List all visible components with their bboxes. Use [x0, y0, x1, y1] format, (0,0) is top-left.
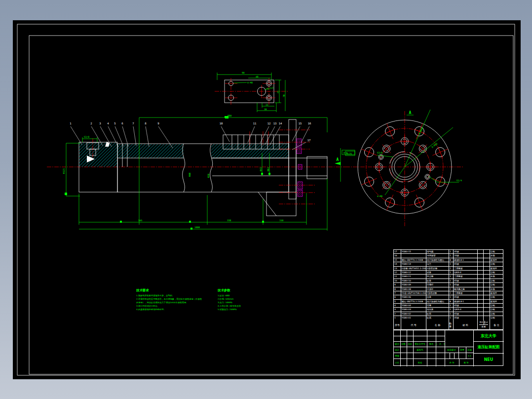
svg-text:6: 6	[121, 122, 123, 125]
svg-text:G3/8: G3/8	[377, 152, 382, 154]
bom-code: YG80-12	[401, 271, 426, 274]
bom-no: 11	[394, 275, 401, 278]
bom-weight-single	[478, 254, 484, 257]
bom-qty: 1	[449, 275, 454, 278]
bom-weight-single	[478, 262, 484, 266]
table-row: 17 YG80-15 排气阀 1 35钢 自制	[394, 250, 503, 254]
note-line: 2.行程: 500mm	[218, 297, 267, 301]
svg-text:1: 1	[70, 122, 71, 125]
note-line: 1.装配前所有零件须清洗干净，去毛刺。	[136, 294, 200, 297]
dim-label: Φ125	[63, 168, 65, 174]
bom-name: O形密封圈	[426, 267, 449, 270]
dim-label: 150	[279, 219, 284, 222]
svg-text:15: 15	[299, 122, 302, 125]
bom-code: YG80-01	[401, 316, 426, 320]
table-row: 4 YG80-04 活塞 1 45钢 自制	[394, 304, 503, 308]
bom-name: 活塞	[426, 304, 449, 307]
bom-remark: 外购	[490, 287, 503, 291]
bom-table: 17 YG80-15 排气阀 1 35钢 自制 16 无缝钢管 1 20钢 外购	[393, 249, 503, 330]
svg-text:17: 17	[307, 139, 311, 142]
bom-material: 45钢	[454, 262, 478, 266]
bom-header-weight-total: 总计	[484, 320, 488, 324]
note-line: 3.压力: 16MPa	[218, 301, 267, 304]
bom-weight-total	[484, 308, 490, 311]
bom-header-name: 名 称	[426, 320, 449, 329]
bom-remark: 外购	[490, 275, 503, 278]
table-row: 16 无缝钢管 1 20钢 外购	[394, 254, 503, 258]
table-row: 11 YG80-11 防尘圈 1 丁腈橡胶 外购	[394, 275, 503, 279]
table-row: 5 螺钉 GB/T70.1-2008 内六角圆柱头螺钉 8 碳钢8.8-1 标准…	[394, 300, 503, 304]
bom-no: 8	[394, 287, 401, 291]
bom-name: Y形密封圈	[426, 291, 449, 295]
bom-name: 缸底	[426, 316, 449, 320]
dim-label: 90	[242, 72, 245, 74]
table-row: 13 O形圈 GB/T3452.1-2005 O形密封圈 2 丁腈橡胶 标准件	[394, 267, 503, 271]
bom-qty: 1	[449, 262, 454, 266]
drawing-number: NEU	[473, 353, 504, 366]
bom-material: 45钢	[454, 312, 478, 316]
bom-weight-single	[478, 271, 484, 274]
bom-code: YG80-10	[401, 279, 426, 282]
bom-weight-total	[484, 287, 490, 291]
bom-qty: 8	[449, 300, 454, 303]
bom-name: 缸盖	[426, 279, 449, 282]
bom-qty: 1	[449, 316, 454, 320]
bom-no: 5	[394, 300, 401, 303]
bom-remark: 自制	[490, 271, 503, 274]
table-row: 15 螺钉 GB/T70.1-2008 内六角圆柱头螺钉 8 碳钢8.8-1 标…	[394, 258, 503, 262]
dim-label: Φ80	[189, 172, 191, 177]
bom-code: O形圈 GB/T3452.1-2005	[401, 267, 426, 270]
svg-text:14: 14	[279, 122, 282, 125]
bom-qty: 1	[449, 312, 454, 316]
svg-text:3: 3	[99, 122, 101, 125]
svg-text:5: 5	[114, 122, 115, 125]
bom-header-row: 序号 代 号 名 称 数量 材 料 单件 总计 重量 备 注	[394, 320, 503, 329]
bom-code: YX形 GB/T10708.1-2008	[401, 291, 426, 295]
table-row: 10 YG80-10 缸盖 1 45钢 自制	[394, 279, 503, 283]
dim-label: 15	[266, 104, 268, 106]
table-row: 9 YG80-09 活塞杆 1 45钢 自制	[394, 283, 503, 287]
bom-no: 2	[394, 312, 401, 316]
dim-label: Φ45	[260, 167, 262, 171]
bom-header-code: 代 号	[401, 320, 426, 329]
table-row: 7 YX形 GB/T10708.1-2008 Y形密封圈 2 丁腈橡胶 标准件	[394, 291, 503, 295]
svg-text:Rz25: Rz25	[346, 153, 352, 155]
bom-weight-total	[484, 316, 490, 320]
bom-no: 15	[394, 258, 401, 262]
dim-label: 880	[228, 115, 232, 117]
bom-remark: 自制	[490, 316, 503, 320]
tb-sheet: 第 张	[459, 359, 474, 366]
bom-weight-single	[478, 312, 484, 316]
dim-label: 70	[283, 94, 285, 97]
notes-title: 技术参数	[218, 288, 267, 293]
bom-name: 内六角圆柱头螺钉	[426, 300, 449, 303]
bom-qty: 1	[449, 308, 454, 311]
bom-material: 45钢	[454, 279, 478, 282]
bom-weight-single	[478, 304, 484, 307]
bom-weight-single	[478, 250, 484, 253]
bom-no: 1	[394, 316, 401, 320]
svg-text:2: 2	[90, 122, 92, 125]
bom-remark: 自制	[490, 250, 503, 253]
bom-material: 45钢	[454, 283, 478, 286]
bom-qty: 1	[449, 295, 454, 299]
bom-no: 16	[394, 254, 401, 257]
note-line: 2.活塞杆移动时应平稳灵活，无卡滞现象，密封处不得有渗漏（不得有	[136, 297, 200, 301]
bom-weight-single	[478, 287, 484, 291]
svg-text:9: 9	[157, 122, 159, 125]
bom-qty: 1	[449, 304, 454, 307]
bom-code: YG80-06	[401, 295, 426, 299]
bom-remark: 自制	[490, 295, 503, 299]
table-row: 8 YG80-08 支承环 2 聚四氟乙烯 外购	[394, 287, 503, 291]
note-line: 4.外露表面涂防锈油防锈处理。	[136, 308, 200, 311]
bom-code: YG80-11	[401, 275, 426, 278]
dim-label: Φ63	[267, 167, 269, 171]
title-block: 标记 处数 分区 更改文件号 签名 年、月、日 设计 标准化 审核 工艺 批准 …	[393, 330, 503, 366]
table-row: 3 YG80-03 导向套 1 QAl9-4 自制	[394, 308, 503, 312]
bom-weight-single	[478, 308, 484, 311]
bom-qty: 2	[449, 267, 454, 270]
bom-name: 内六角圆柱头螺钉	[426, 258, 449, 262]
dim-label: 338	[227, 219, 231, 222]
svg-text:7: 7	[132, 122, 134, 125]
table-row: 12 YG80-12 衬套 1 QAl9-4 自制	[394, 271, 503, 275]
